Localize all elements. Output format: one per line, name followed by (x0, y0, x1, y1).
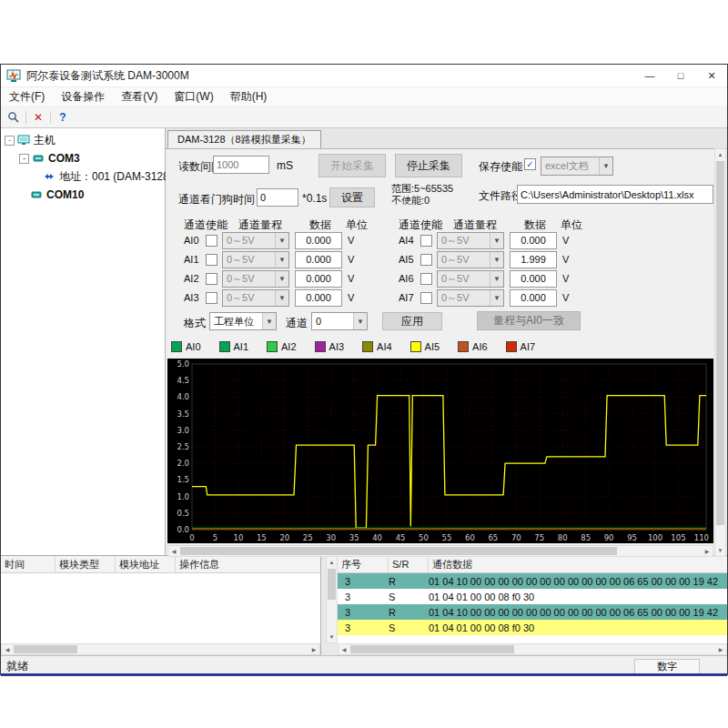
scrollbar-thumb[interactable] (14, 645, 77, 653)
scroll-left-icon[interactable]: ◀ (168, 546, 179, 557)
scrollbar-track[interactable] (327, 568, 337, 632)
scroll-down-icon[interactable]: ▼ (327, 632, 338, 642)
channel-range-dropdown[interactable]: 0～5V▼ (437, 270, 504, 288)
maximize-button[interactable]: □ (665, 65, 696, 86)
tree-item-address[interactable]: 地址：001 (DAM-3128) (1, 167, 165, 186)
scroll-left-icon[interactable]: ◀ (339, 644, 349, 655)
channel-value-box[interactable] (295, 270, 342, 288)
channel-legend: AI0 AI1 AI2 AI3 AI4 AI5 AI6 AI7 (171, 341, 535, 352)
channel-value-box[interactable] (295, 232, 342, 249)
menu-item-device-ops[interactable]: 设备操作 (53, 87, 113, 106)
watchdog-input[interactable] (257, 188, 298, 207)
read-interval-input[interactable] (213, 156, 269, 174)
channel-enable-checkbox[interactable] (420, 254, 432, 266)
menu-item-window[interactable]: 窗口(W) (166, 87, 221, 106)
legend-item-ai0[interactable]: AI0 (171, 341, 201, 352)
channel-enable-checkbox[interactable] (420, 273, 432, 285)
toolbar-separator (25, 111, 26, 124)
channel-select-dropdown[interactable]: 0 ▼ (311, 312, 368, 330)
scrollbar-thumb[interactable] (716, 161, 724, 525)
disconnect-icon[interactable]: ✕ (29, 109, 47, 126)
channel-value-box[interactable] (510, 289, 557, 307)
sync-range-button[interactable]: 量程与AI0一致 (477, 311, 581, 330)
scrollbar-track[interactable] (13, 644, 308, 654)
channel-enable-checkbox[interactable] (206, 273, 217, 285)
comm-v-scrollbar[interactable]: ▲ ▼ (326, 556, 338, 643)
legend-item-ai7[interactable]: AI7 (506, 341, 536, 352)
legend-item-ai6[interactable]: AI6 (458, 341, 488, 352)
scrollbar-track[interactable] (179, 546, 702, 556)
close-button[interactable]: ✕ (696, 65, 727, 86)
scrollbar-track[interactable] (349, 644, 715, 654)
legend-item-ai5[interactable]: AI5 (410, 341, 440, 352)
collapse-icon[interactable]: - (5, 136, 15, 146)
table-row[interactable]: 3 S 01 04 01 00 00 08 f0 30 (338, 620, 727, 635)
channel-value-box[interactable] (510, 232, 557, 249)
menu-item-help[interactable]: 帮助(H) (222, 87, 276, 106)
file-path-input[interactable] (517, 185, 713, 204)
search-device-icon[interactable] (5, 109, 23, 126)
channel-enable-checkbox[interactable] (206, 235, 217, 247)
set-watchdog-button[interactable]: 设置 (329, 187, 375, 207)
channel-range-dropdown[interactable]: 0～5V▼ (437, 232, 504, 249)
scrollbar-thumb[interactable] (180, 547, 617, 555)
comm-table: 序号 S/R 通信数据 3 R 01 04 10 00 00 00 00 00 … (338, 556, 727, 655)
save-enable-checkbox[interactable]: ✓ (524, 158, 536, 170)
scrollbar-thumb[interactable] (328, 569, 336, 600)
scroll-right-icon[interactable]: ▶ (308, 644, 319, 655)
channel-value-box[interactable] (295, 251, 342, 268)
channel-range-dropdown[interactable]: 0～5V▼ (222, 232, 289, 249)
format-dropdown[interactable]: 工程单位 ▼ (209, 312, 277, 330)
legend-item-ai3[interactable]: AI3 (315, 341, 345, 352)
channel-enable-checkbox[interactable] (206, 292, 217, 304)
scroll-up-icon[interactable]: ▲ (715, 149, 726, 160)
comm-table-filler (338, 635, 727, 643)
tree-item-host[interactable]: - 主机 (1, 131, 165, 149)
scrollbar-thumb[interactable] (350, 645, 514, 653)
scroll-left-icon[interactable]: ◀ (2, 644, 13, 655)
channel-range-dropdown[interactable]: 0～5V▼ (222, 289, 289, 307)
legend-item-ai4[interactable]: AI4 (362, 341, 392, 352)
scroll-right-icon[interactable]: ▶ (702, 546, 713, 557)
channel-range-dropdown[interactable]: 0～5V▼ (222, 251, 289, 268)
tree-item-com3[interactable]: - COM3 (1, 149, 165, 167)
chart-h-scrollbar[interactable]: ◀ ▶ (167, 545, 713, 557)
menu-item-file[interactable]: 文件(F) (1, 87, 53, 106)
channel-enable-checkbox[interactable] (420, 235, 432, 247)
menu-bar: 文件(F) 设备操作 查看(V) 窗口(W) 帮助(H) (1, 87, 727, 107)
panel-v-scrollbar[interactable]: ▲ ▼ (714, 148, 726, 557)
channel-value-box[interactable] (510, 270, 557, 288)
scroll-up-icon[interactable]: ▲ (327, 557, 338, 568)
start-acquire-button[interactable]: 开始采集 (318, 154, 386, 177)
legend-color-swatch (458, 341, 469, 352)
channel-enable-checkbox[interactable] (420, 292, 432, 304)
stop-acquire-button[interactable]: 停止采集 (395, 154, 462, 177)
legend-item-ai1[interactable]: AI1 (219, 341, 249, 352)
channel-label: AI3 (184, 292, 206, 303)
tab-dam3128[interactable]: DAM-3128（8路模拟量采集） (167, 130, 321, 148)
channel-value-box[interactable] (510, 251, 557, 268)
collapse-icon[interactable]: - (19, 154, 29, 164)
apply-button[interactable]: 应用 (382, 312, 442, 330)
minimize-button[interactable]: — (634, 65, 665, 86)
scroll-down-icon[interactable]: ▼ (715, 545, 726, 556)
tree-item-com10[interactable]: COM10 (1, 186, 165, 204)
main-split: - 主机 - COM3 地址：001 (DAM-3128) (1, 128, 727, 555)
save-format-dropdown[interactable]: excel文档 ▼ (541, 157, 613, 176)
chevron-down-icon: ▼ (275, 252, 288, 268)
channel-range-dropdown[interactable]: 0～5V▼ (437, 251, 504, 268)
help-icon[interactable]: ? (54, 109, 72, 126)
table-row[interactable]: 3 R 01 04 10 00 00 00 00 00 00 00 00 00 … (338, 604, 727, 620)
comm-h-scrollbar[interactable]: ◀ ▶ (338, 643, 727, 655)
legend-item-ai2[interactable]: AI2 (267, 341, 297, 352)
channel-value-box[interactable] (295, 289, 342, 307)
scroll-right-icon[interactable]: ▶ (715, 644, 726, 655)
table-row[interactable]: 3 R 01 04 10 00 00 00 00 00 00 00 00 00 … (338, 573, 727, 589)
scrollbar-track[interactable] (715, 160, 725, 545)
channel-range-dropdown[interactable]: 0～5V▼ (222, 270, 289, 288)
channel-range-dropdown[interactable]: 0～5V▼ (437, 289, 504, 307)
channel-enable-checkbox[interactable] (206, 254, 217, 266)
table-row[interactable]: 3 S 01 04 01 00 00 08 f0 30 (338, 589, 727, 604)
menu-item-view[interactable]: 查看(V) (113, 87, 166, 106)
log-h-scrollbar[interactable]: ◀ ▶ (1, 643, 320, 655)
